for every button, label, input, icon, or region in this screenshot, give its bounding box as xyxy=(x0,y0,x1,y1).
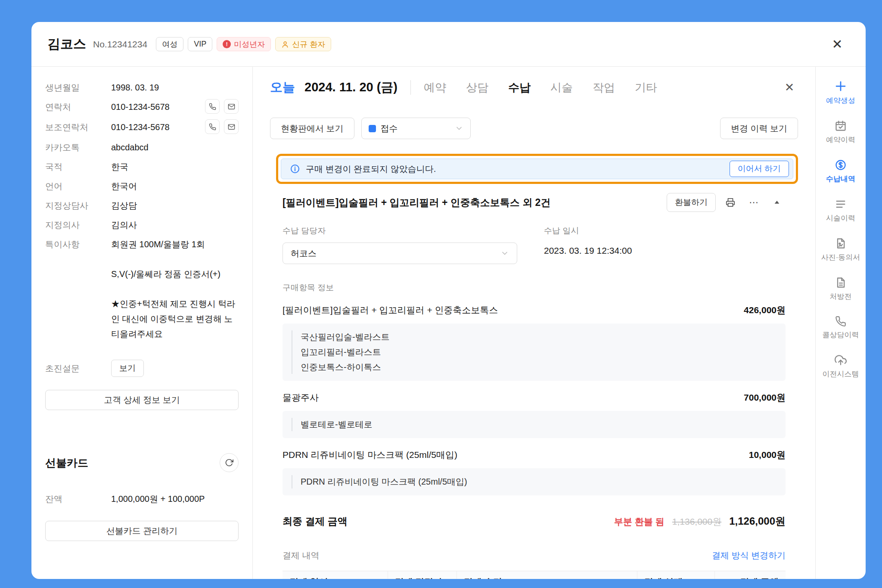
nav-label: 예약생성 xyxy=(826,96,855,105)
final-amount-label: 최종 결제 금액 xyxy=(283,515,348,528)
new-patient-badge: 신규 환자 xyxy=(275,37,331,51)
purchase-items-label: 구매항목 정보 xyxy=(283,282,786,293)
change-history-button[interactable]: 변경 이력 보기 xyxy=(720,118,798,139)
tab-procedure[interactable]: 시술 xyxy=(550,80,573,95)
status-select[interactable]: 접수 xyxy=(361,118,471,139)
phone-icon[interactable] xyxy=(205,99,220,114)
item-detail: 입꼬리필러-벨라스트 xyxy=(301,345,775,360)
balance-label: 잔액 xyxy=(45,493,111,505)
order-meta: 수납 담당자 허코스 수납 일시 2023. 03. 19 12:34:00 xyxy=(283,225,786,264)
partial-refund-status: 부분 환불 됨 xyxy=(614,516,665,528)
purchase-item: PDRN 리쥬비네이팅 마스크팩 (25ml/5매입) 10,000원 xyxy=(283,449,786,461)
close-icon[interactable]: ✕ xyxy=(829,36,846,53)
print-icon[interactable] xyxy=(722,194,739,211)
nav-item-procedure-history[interactable]: 시술이력 xyxy=(816,198,866,223)
main-header: 오늘 2024. 11. 20 (금) 예약 상담 수납 시술 작업 기타 ✕ xyxy=(270,67,798,108)
field-value: 회원권 100M/울블랑 1회 xyxy=(111,238,239,250)
nav-item-photos-consent[interactable]: 사진·동의서 xyxy=(816,237,866,262)
final-price: 1,126,000원 xyxy=(729,514,786,528)
vip-badge: VIP xyxy=(188,37,212,51)
item-detail: 인중보톡스-하이톡스 xyxy=(301,360,775,375)
patient-modal: 김코스 No.12341234 여성 VIP ! 미성년자 신규 환자 ✕ xyxy=(31,22,866,579)
nav-label: 콜상담이력 xyxy=(823,331,859,339)
order-title: [필러이벤트]입술필러 + 입꼬리필러 + 인중축소보톡스 외 2건 xyxy=(283,196,550,209)
field-label: 지정의사 xyxy=(45,219,111,231)
purchase-item: [필러이벤트]입술필러 + 입꼬리필러 + 인중축소보톡스 426,000원 xyxy=(283,304,786,316)
person-icon xyxy=(281,40,289,48)
field-label: 특이사항 xyxy=(45,238,111,250)
nav-label: 시술이력 xyxy=(826,214,855,223)
info-row-kakaotalk: 카카오톡 abcdabcd xyxy=(45,141,239,153)
info-row-nationality: 국적 한국 xyxy=(45,161,239,173)
payment-manager-select[interactable]: 허코스 xyxy=(283,243,517,264)
prepaid-manage-button[interactable]: 선불카드 관리하기 xyxy=(45,521,239,541)
field-label: 생년월일 xyxy=(45,81,111,93)
exclamation-icon: ! xyxy=(223,40,231,48)
badge-list: 여성 VIP ! 미성년자 신규 환자 xyxy=(156,37,331,51)
tab-reservation[interactable]: 예약 xyxy=(424,80,446,95)
nav-item-create-reservation[interactable]: 예약생성 xyxy=(816,80,866,105)
purchase-item: 물광주사 700,000원 xyxy=(283,392,786,404)
field-label: 언어 xyxy=(45,180,111,192)
info-row-secondary-contact: 보조연락처 010-1234-5678 xyxy=(45,121,239,134)
payments-title: 결제 내역 xyxy=(283,550,320,561)
modal-header: 김코스 No.12341234 여성 VIP ! 미성년자 신규 환자 ✕ xyxy=(31,22,866,67)
nav-item-call-history[interactable]: 콜상담이력 xyxy=(816,316,866,339)
purchase-change-alert: 구매 변경이 완료되지 않았습니다. 이어서 하기 xyxy=(281,159,793,179)
field-value: abcdabcd xyxy=(111,141,239,153)
column-header-manager: 결제 담당자 xyxy=(388,571,457,579)
payments-header: 결제 내역 결제 방식 변경하기 xyxy=(283,550,786,561)
mail-icon[interactable] xyxy=(224,119,239,134)
field-value: 한국어 xyxy=(111,180,239,192)
refund-button[interactable]: 환불하기 xyxy=(667,193,716,212)
nav-item-reservation-history[interactable]: 예약이력 xyxy=(816,120,866,144)
info-row-contact: 연락처 010-1234-5678 xyxy=(45,101,239,114)
payment-manager-value: 허코스 xyxy=(291,248,317,259)
nav-label: 처방전 xyxy=(830,292,852,301)
item-price: 700,000원 xyxy=(744,392,786,404)
special-notes-block: S,V(-)/울쎄라 정품 인증서(+) ★인중+턱전체 제모 진행시 턱라인 … xyxy=(45,267,239,342)
survey-view-button[interactable]: 보기 xyxy=(111,360,144,377)
field-value: 010-1234-5678 xyxy=(111,121,201,133)
info-icon xyxy=(290,164,300,174)
tab-work[interactable]: 작업 xyxy=(593,80,615,95)
tab-etc[interactable]: 기타 xyxy=(635,80,657,95)
customer-detail-button[interactable]: 고객 상세 정보 보기 xyxy=(45,390,239,410)
nav-label: 예약이력 xyxy=(826,136,855,144)
today-link[interactable]: 오늘 xyxy=(270,79,295,96)
field-value: 010-1234-5678 xyxy=(111,101,201,113)
list-icon xyxy=(835,198,847,210)
tab-consultation[interactable]: 상담 xyxy=(466,80,488,95)
minor-badge-label: 미성년자 xyxy=(234,39,265,50)
mail-icon[interactable] xyxy=(224,99,239,114)
right-nav: 예약생성 예약이력 수납내역 시술이력 xyxy=(815,67,866,579)
nav-item-prescription[interactable]: 처방전 xyxy=(816,277,866,301)
more-options-icon[interactable]: ⋯ xyxy=(745,194,762,211)
photo-document-icon xyxy=(835,237,847,249)
continue-button[interactable]: 이어서 하기 xyxy=(730,161,789,177)
prepaid-card-title: 선불카드 xyxy=(45,456,88,470)
column-header-amount: 결제 금액 xyxy=(714,571,786,579)
nav-label: 사진·동의서 xyxy=(821,253,860,262)
close-icon[interactable]: ✕ xyxy=(781,79,798,96)
collapse-icon[interactable] xyxy=(768,194,786,211)
tab-payment[interactable]: 수납 xyxy=(508,80,531,95)
plus-icon xyxy=(834,80,847,93)
payment-datetime-group: 수납 일시 2023. 03. 19 12:34:00 xyxy=(544,225,632,264)
refresh-icon[interactable] xyxy=(220,453,239,472)
nav-item-legacy-system[interactable]: 이전시스템 xyxy=(816,354,866,379)
calendar-check-icon xyxy=(835,120,847,132)
item-name: [필러이벤트]입술필러 + 입꼬리필러 + 인중축소보톡스 xyxy=(283,304,498,316)
document-icon xyxy=(835,277,847,289)
field-label: 지정상담사 xyxy=(45,199,111,212)
dashboard-view-button[interactable]: 현황판에서 보기 xyxy=(270,118,354,139)
new-patient-badge-label: 신규 환자 xyxy=(292,39,325,50)
payments-table: 결제 일시 결제 담당자 결제 수단 결제 상태 결제 금액 24. 5. 8 … xyxy=(283,571,786,579)
phone-icon[interactable] xyxy=(205,119,220,134)
main-panel: 오늘 2024. 11. 20 (금) 예약 상담 수납 시술 작업 기타 ✕ … xyxy=(253,67,815,579)
nav-item-payment-details[interactable]: 수납내역 xyxy=(816,159,866,184)
current-date: 2024. 11. 20 (금) xyxy=(304,79,398,96)
field-label: 카카오톡 xyxy=(45,141,111,153)
column-header-status: 결제 상태 xyxy=(637,571,714,579)
change-payment-method-link[interactable]: 결제 방식 변경하기 xyxy=(712,550,786,561)
